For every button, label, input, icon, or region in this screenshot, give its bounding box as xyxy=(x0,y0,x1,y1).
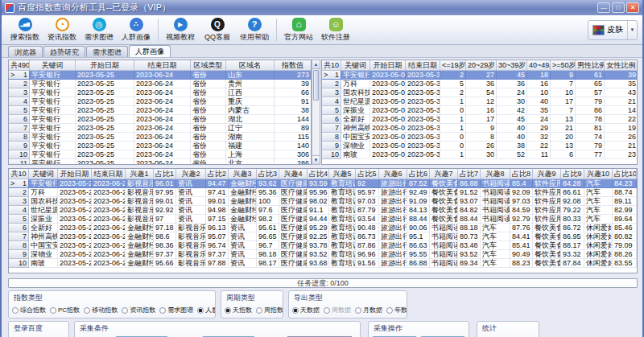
column-header[interactable]: 兴趣1 xyxy=(126,169,154,179)
column-header[interactable]: 关键词 xyxy=(341,60,370,71)
tab-趋势研究[interactable]: 趋势研究 xyxy=(43,46,85,57)
radio-周指数[interactable]: 周指数 xyxy=(256,306,283,314)
column-header[interactable]: 兴趣3 xyxy=(229,169,257,179)
column-header[interactable]: 占比8 xyxy=(510,169,533,179)
scroll-down-icon[interactable]: ▼ xyxy=(312,155,320,164)
table-row[interactable]: >1平安银行2023-05-252023-06-24省份山东273 xyxy=(9,71,311,80)
toolbar-button-official-site[interactable]: ⌂官方网站 xyxy=(280,16,317,43)
table-row[interactable]: >1平安银行2023-05-012023-05-31227451896139 xyxy=(322,71,637,80)
column-header[interactable]: 兴趣7 xyxy=(430,169,458,179)
column-header[interactable]: 女性比例 xyxy=(605,60,638,71)
table-row[interactable]: 10南玻2023-05-252023-06-24金融财经95.66影视音乐97.… xyxy=(9,259,637,268)
table-row[interactable]: 7神州高铁2023-05-252023-06-24金融财经98.6影视音乐95.… xyxy=(9,232,637,241)
radio-天数据[interactable]: 天数据 xyxy=(292,306,320,314)
table-row[interactable]: 10平安银行2023-05-252023-06-24省份上海306 xyxy=(9,150,311,159)
toolbar-button-audience-profile[interactable]: ∴人群画像 xyxy=(118,16,155,43)
column-header[interactable]: 结束日期 xyxy=(406,60,440,71)
close-icon[interactable]: ✕ xyxy=(626,2,639,13)
table-row[interactable]: 6平安银行2023-05-252023-06-24省份湖北144 xyxy=(9,115,311,124)
column-header[interactable]: 兴趣6 xyxy=(379,169,407,179)
table-row[interactable]: 3平安银行2023-05-252023-06-24省份江西66 xyxy=(9,88,311,97)
table-row[interactable]: 4世纪星源2023-05-012023-05-311123040177921 xyxy=(322,97,637,106)
column-header[interactable]: 兴趣10 xyxy=(584,169,613,179)
table-row[interactable]: 4平安银行2023-05-252023-06-24省份重庆91 xyxy=(9,97,311,106)
column-header[interactable]: 兴趣9 xyxy=(533,169,561,179)
table-row[interactable]: 9深物业2023-05-012023-05-310263822137921 xyxy=(322,142,637,150)
column-header[interactable]: 男性比例 xyxy=(576,60,605,71)
column-header[interactable]: 占比4 xyxy=(308,169,329,179)
column-header[interactable]: 兴趣4 xyxy=(279,169,308,179)
table-row[interactable]: 5深振业2023-05-252023-06-24影视音乐97资讯97.15金融财… xyxy=(9,215,637,224)
table-row[interactable]: 6全新好2023-05-252023-06-24金融财经97.18影视音乐96.… xyxy=(9,224,637,232)
radio-移动指数[interactable]: 移动指数 xyxy=(84,306,118,314)
column-header[interactable]: 结束日期 xyxy=(134,60,191,71)
column-header[interactable]: 兴趣2 xyxy=(176,169,206,179)
column-header[interactable]: 占比9 xyxy=(561,169,584,179)
column-header[interactable]: 40~49岁 xyxy=(527,60,551,71)
table-row[interactable]: 4世纪星源2023-05-252023-06-24影视音乐92.92资讯94.9… xyxy=(9,206,637,215)
scrollbar-thumb[interactable] xyxy=(313,70,319,101)
column-header[interactable]: 占比5 xyxy=(356,169,379,179)
tab-浏览器[interactable]: 浏览器 xyxy=(8,46,43,57)
table-row[interactable]: 8中国宝安2023-05-012023-05-31084032207426 xyxy=(322,133,637,142)
table-row[interactable]: 9深物业2023-05-252023-06-24金融财经97.37影视音乐97.… xyxy=(9,250,637,259)
column-header[interactable]: >=50岁 xyxy=(551,60,576,71)
toolbar-button-news-index[interactable]: ◔资讯指数 xyxy=(43,16,80,43)
table-row[interactable]: 2万科2023-05-012023-05-31536361676535 xyxy=(322,80,637,88)
table-row[interactable]: 9平安银行2023-05-252023-06-24省份福建140 xyxy=(9,142,311,150)
table-row[interactable]: 10南玻2023-05-012023-05-31130521167723 xyxy=(322,150,637,159)
radio-资讯指数[interactable]: 资讯指数 xyxy=(122,306,155,314)
toolbar-button-register[interactable]: ☺软件注册 xyxy=(317,16,354,43)
table-row[interactable]: 3国农科技2023-05-012023-05-312542410105743 xyxy=(322,88,637,97)
column-header[interactable]: 占比3 xyxy=(257,169,279,179)
column-header[interactable]: 区域类型 xyxy=(191,60,226,71)
toolbar-button-video-tutorial[interactable]: ▶视频教程 xyxy=(162,16,199,43)
radio-综合指数[interactable]: 综合指数 xyxy=(12,306,46,314)
column-header[interactable]: 开始日期 xyxy=(370,60,406,71)
radio-天指数[interactable]: 天指数 xyxy=(225,306,252,314)
toolbar-button-search-index[interactable]: ▂▅▇搜索指数 xyxy=(6,16,43,43)
table-row[interactable]: 2平安银行2023-05-252023-06-24省份贵州39 xyxy=(9,80,311,88)
tab-需求图谱[interactable]: 需求图谱 xyxy=(86,46,128,57)
column-header[interactable]: 关键词 xyxy=(29,169,58,179)
toolbar-button-help[interactable]: ?使用帮助 xyxy=(236,16,273,43)
tab-人群画像[interactable]: 人群画像 xyxy=(129,45,171,57)
table-row[interactable]: >1平安银行2023-05-252023-06-24影视音乐96.01资讯94.… xyxy=(9,179,637,188)
column-header[interactable]: 区域名 xyxy=(226,60,275,71)
column-header[interactable]: 占比6 xyxy=(407,169,430,179)
radio-年数据[interactable]: 年数据 xyxy=(386,306,407,314)
column-header[interactable]: 占比1 xyxy=(154,169,176,179)
column-header[interactable]: 占比7 xyxy=(458,169,481,179)
minimize-icon[interactable]: — xyxy=(597,2,610,13)
column-header[interactable]: 开始日期 xyxy=(76,60,134,71)
toolbar-button-demand-map[interactable]: ◎需求图谱 xyxy=(80,16,118,43)
skin-button-body[interactable]: 皮肤 xyxy=(588,24,627,35)
maximize-icon[interactable]: □ xyxy=(612,2,625,13)
table-row[interactable]: 7神州高铁2023-05-012023-05-31194029218119 xyxy=(322,124,637,133)
radio-PC指数[interactable]: PC指数 xyxy=(50,306,80,314)
scroll-up-icon[interactable]: ▲ xyxy=(312,60,320,69)
toolbar-button-qq-service[interactable]: QQQ客服 xyxy=(199,16,236,43)
column-header[interactable]: 30~39岁 xyxy=(497,60,527,71)
column-header[interactable]: 占比2 xyxy=(206,169,229,179)
table-row[interactable]: 3国农科技2023-05-252023-06-24影视音乐99.01资讯99.0… xyxy=(9,197,637,206)
region-table-scrollbar[interactable]: ▲ ▼ xyxy=(312,60,320,165)
table-row[interactable]: 8中国宝安2023-05-252023-06-24金融财经98.36影视音乐96… xyxy=(9,241,637,250)
column-header[interactable]: 兴趣8 xyxy=(481,169,510,179)
table-row[interactable]: 7平安银行2023-05-252023-06-24省份辽宁89 xyxy=(9,124,311,133)
column-header[interactable]: 兴趣5 xyxy=(329,169,356,179)
column-header[interactable]: 结束日期 xyxy=(92,169,126,179)
table-row[interactable]: 8平安银行2023-05-252023-06-24省份湖南115 xyxy=(9,133,311,142)
table-row[interactable]: 5深振业2023-05-012023-05-31016423578614 xyxy=(322,106,637,115)
table-row[interactable]: 6全新好2023-05-012023-05-311174524137822 xyxy=(322,115,637,124)
table-row[interactable]: 11平安银行2023-05-252023-06-24省份北京286 xyxy=(9,159,311,165)
radio-人群画像[interactable]: 人群画像 xyxy=(197,306,216,314)
column-header[interactable]: 指数值 xyxy=(275,60,312,71)
chevron-down-icon[interactable]: ▼ xyxy=(627,21,637,39)
column-header[interactable]: <=19岁 xyxy=(440,60,466,71)
skin-button[interactable]: 皮肤▼ xyxy=(588,20,638,40)
column-header[interactable]: 关键词 xyxy=(30,60,76,71)
table-row[interactable]: 5平安银行2023-05-252023-06-24省份内蒙古38 xyxy=(9,106,311,115)
column-header[interactable]: 开始日期 xyxy=(58,169,92,179)
table-row[interactable]: 2万科2023-05-252023-06-24影视音乐97.95资讯97.41金… xyxy=(9,188,637,197)
